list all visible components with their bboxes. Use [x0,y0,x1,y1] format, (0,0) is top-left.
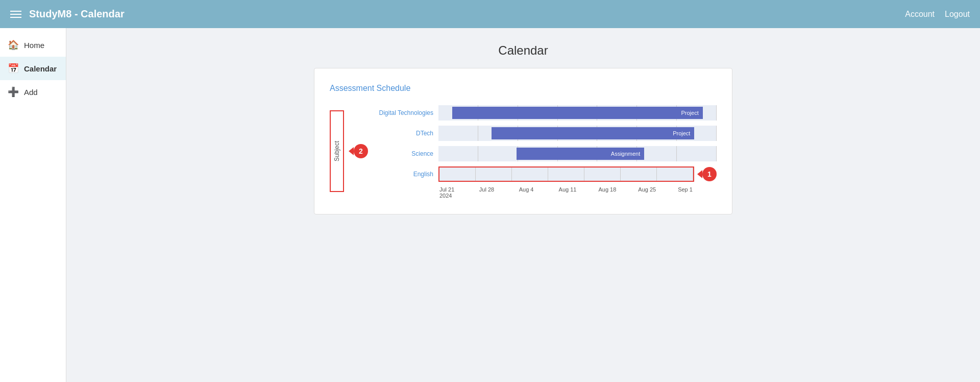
badge-2: 2 [354,144,368,158]
gantt-bar-dtech: Project [492,127,695,139]
sidebar-calendar-label: Calendar [24,64,57,73]
badge1-arrow-left [697,170,702,178]
layout: 🏠 Home 📅 Calendar ➕ Add Calendar Assessm… [0,28,980,382]
header-right: Account Logout [905,10,970,19]
table-row: Science Assignment [372,144,717,163]
app-title: StudyM8 - Calendar [29,8,125,20]
table-row: English [372,164,717,184]
page-title: Calendar [87,43,960,58]
gantt-track-science: Assignment [438,146,717,161]
x-label-3: Aug 4 [518,186,558,199]
header-left: StudyM8 - Calendar [10,8,125,20]
gantt-track-english-wrapper: 1 [438,166,717,182]
sidebar-item-home[interactable]: 🏠 Home [0,33,66,57]
x-label-5: Aug 18 [597,186,637,199]
x-label-4: Aug 11 [558,186,598,199]
gantt-track-dtech: Project [438,126,717,141]
gantt-grid-english [439,168,693,181]
gantt-bar-dt: Project [452,107,703,119]
row-label-english: English [372,171,438,178]
gantt-chart: Digital Technologies Pro [372,103,717,199]
table-row: DTech Project [372,124,717,143]
sidebar-item-calendar[interactable]: 📅 Calendar [0,57,66,80]
add-icon: ➕ [8,86,19,98]
gantt-track-dt: Project [438,105,717,121]
chart-container: Assessment Schedule Subject 2 Digital T [314,68,732,214]
table-row: Digital Technologies Pro [372,103,717,123]
sidebar-add-label: Add [24,88,38,97]
x-label-1: Jul 21 2024 [438,186,478,199]
badge2-arrow-left [349,147,354,155]
gantt-bar-science: Assignment [517,148,645,160]
gantt-track-english [438,166,694,182]
sidebar: 🏠 Home 📅 Calendar ➕ Add [0,28,66,382]
account-link[interactable]: Account [905,10,935,19]
chart-title: Assessment Schedule [330,84,717,93]
x-label-2: Jul 28 [478,186,518,199]
gantt-wrapper: Subject 2 Digital Technologies [330,103,717,199]
row-label-science: Science [372,150,438,157]
x-axis: Jul 21 2024 Jul 28 Aug 4 Aug 11 Aug 18 A… [372,186,717,199]
logout-link[interactable]: Logout [945,10,970,19]
sidebar-item-add[interactable]: ➕ Add [0,80,66,104]
hamburger-menu[interactable] [10,11,21,18]
row-label-dt: Digital Technologies [372,109,438,116]
badge-1: 1 [702,167,717,181]
sidebar-home-label: Home [24,41,44,50]
x-label-6: Aug 25 [637,186,677,199]
y-axis-label: Subject [330,110,344,192]
calendar-icon: 📅 [8,63,19,74]
row-label-dtech: DTech [372,130,438,137]
home-icon: 🏠 [8,39,19,51]
header: StudyM8 - Calendar Account Logout [0,0,980,28]
badge1-wrapper: 1 [697,167,717,181]
main-content: Calendar Assessment Schedule Subject 2 [66,28,980,382]
x-label-7: Sep 1 [677,186,717,199]
